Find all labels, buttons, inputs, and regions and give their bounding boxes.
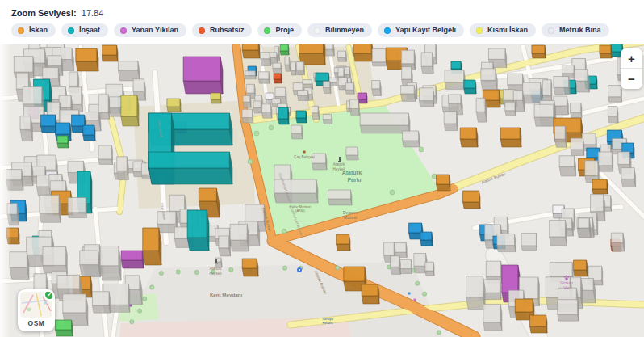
building-gray xyxy=(419,88,433,107)
map-label: Çay Bahçesi xyxy=(294,155,315,159)
building-iskan xyxy=(337,234,350,251)
building-iskan xyxy=(353,44,373,61)
building-gray xyxy=(291,62,296,75)
building-gray xyxy=(242,109,253,123)
building-gray xyxy=(298,91,309,101)
legend-item-iskan[interactable]: İskan xyxy=(11,23,56,37)
monument-icon xyxy=(339,157,341,161)
building-gray xyxy=(483,304,502,330)
building-gray xyxy=(273,63,282,74)
building-gray xyxy=(578,218,591,238)
building-gray xyxy=(372,81,382,96)
building-gray xyxy=(40,195,61,222)
building-ykb xyxy=(41,115,56,133)
poi-dot-icon xyxy=(413,298,416,301)
building-gray xyxy=(444,112,458,131)
legend-item-bilinmeyen[interactable]: Bilinmeyen xyxy=(307,23,372,37)
building-iskan xyxy=(574,260,588,276)
building-gray xyxy=(345,83,354,95)
building-gray xyxy=(608,86,622,103)
building-gray xyxy=(10,252,29,280)
zoom-out-button[interactable]: − xyxy=(621,69,642,89)
map-label: (AKM) xyxy=(295,209,305,213)
legend-item-label: Yapı Kayıt Belgeli xyxy=(395,27,456,34)
building-gray xyxy=(349,99,359,116)
building-gray xyxy=(98,95,109,119)
map-label: Heykeli xyxy=(209,272,221,276)
legend-item-label: Kısmi İskan xyxy=(487,27,528,34)
building-gray xyxy=(291,125,303,139)
building-proje xyxy=(280,44,289,55)
building-ykb xyxy=(420,232,433,246)
map-label: Finans xyxy=(322,321,333,325)
building-iskan xyxy=(437,175,450,191)
map-label: Heykeli xyxy=(332,167,345,171)
building-gray xyxy=(323,115,332,124)
map-label: Atatürk xyxy=(210,267,222,271)
building-gray xyxy=(328,190,352,205)
building-proje xyxy=(57,136,69,148)
building-iskan xyxy=(600,45,612,58)
building-gray xyxy=(558,300,579,321)
building-gray xyxy=(466,276,486,310)
map-label: Gürkan xyxy=(560,281,573,285)
building-gray xyxy=(521,233,537,250)
metruk-category-dot-icon xyxy=(548,27,554,34)
building-gray xyxy=(337,51,346,61)
building-gray xyxy=(571,103,582,118)
building-iskan xyxy=(362,284,379,304)
legend-item-label: Metruk Bina xyxy=(559,27,601,34)
building-gray xyxy=(542,80,552,100)
legend-item-insaat[interactable]: İnşaat xyxy=(61,23,108,37)
building-gray xyxy=(598,152,613,171)
building-ykb xyxy=(83,125,95,141)
yanan-category-dot-icon xyxy=(120,27,127,34)
ykb-category-dot-icon xyxy=(384,27,391,34)
building-gray xyxy=(80,251,101,277)
building-iskan xyxy=(592,179,608,194)
map-canvas: AtatürkParkıAtatürkHeykeliÇay BahçesiDep… xyxy=(0,44,644,337)
zoom-in-button[interactable]: + xyxy=(621,48,642,69)
legend-item-yanan[interactable]: Yanan Yıkılan xyxy=(114,23,186,37)
building-yanan xyxy=(183,57,223,94)
map-label: Kent Meydanı xyxy=(210,292,243,297)
legend-item-ykb[interactable]: Yapı Kayıt Belgeli xyxy=(378,23,464,37)
building-gray xyxy=(253,101,261,113)
basemap-switcher-osm[interactable]: ✓ OSM xyxy=(18,289,55,331)
building-insaat xyxy=(148,152,232,184)
building-insaat xyxy=(296,111,307,123)
app-root: Zoom Seviyesi: 17.84 İskanİnşaatYanan Yı… xyxy=(0,0,644,337)
building-gray xyxy=(608,107,618,123)
building-gray xyxy=(323,82,331,94)
legend-item-ruhsatsiz[interactable]: Ruhsatsız xyxy=(192,23,253,37)
building-kismi xyxy=(121,95,139,126)
zoom-level-readout: Zoom Seviyesi: 17.84 xyxy=(11,8,644,18)
legend-item-kismi[interactable]: Kısmi İskan xyxy=(470,23,536,37)
building-gray xyxy=(445,70,465,90)
map-viewport[interactable]: AtatürkParkıAtatürkHeykeliÇay BahçesiDep… xyxy=(0,44,644,337)
building-gray xyxy=(100,246,121,280)
zoom-level-label: Zoom Seviyesi: xyxy=(11,8,77,18)
proje-category-dot-icon xyxy=(264,27,270,34)
map-label: Müzesi xyxy=(344,215,357,220)
building-gray xyxy=(117,157,128,180)
building-gray xyxy=(243,95,251,107)
building-gray xyxy=(118,61,140,81)
legend-item-metruk[interactable]: Metruk Bina xyxy=(542,23,609,37)
building-kismi xyxy=(211,93,221,103)
app-header: Zoom Seviyesi: 17.84 İskanİnşaatYanan Yı… xyxy=(0,0,644,44)
legend-item-proje[interactable]: Proje xyxy=(257,23,302,37)
insaat-category-dot-icon xyxy=(68,27,74,34)
map-label: Vet xyxy=(564,286,571,290)
building-gray xyxy=(559,156,575,176)
building-gray xyxy=(261,53,271,66)
building-gray xyxy=(611,233,624,251)
building-gray xyxy=(574,70,589,92)
zoom-control: + − xyxy=(621,48,642,89)
building-iskan xyxy=(500,128,521,147)
building-gray xyxy=(230,224,249,251)
building-gray xyxy=(346,147,358,160)
building-gray xyxy=(98,145,112,164)
building-gray xyxy=(554,77,570,95)
iskan-category-dot-icon xyxy=(18,27,24,34)
